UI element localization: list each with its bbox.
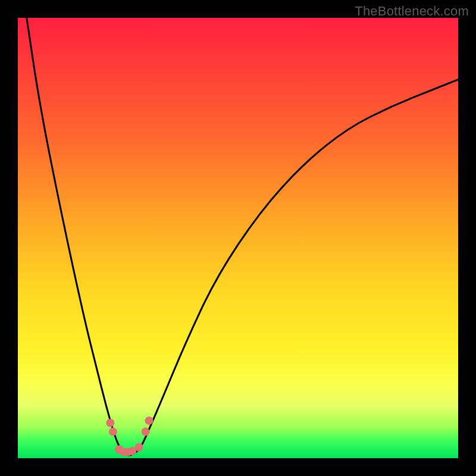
marker-dot [145,416,154,425]
marker-group [106,416,153,456]
marker-dot [135,443,143,452]
outer-frame: TheBottleneck.com [0,0,476,476]
plot-area [18,18,458,458]
marker-dot [115,445,123,453]
marker-dot [120,448,128,456]
marker-dot [124,448,132,456]
marker-dot [106,419,114,427]
bottleneck-curve-path [27,18,458,455]
watermark-text: TheBottleneck.com [355,4,469,19]
marker-dot [142,428,150,436]
marker-dot [128,447,136,455]
marker-dot [109,428,117,436]
chart-svg [18,18,458,458]
